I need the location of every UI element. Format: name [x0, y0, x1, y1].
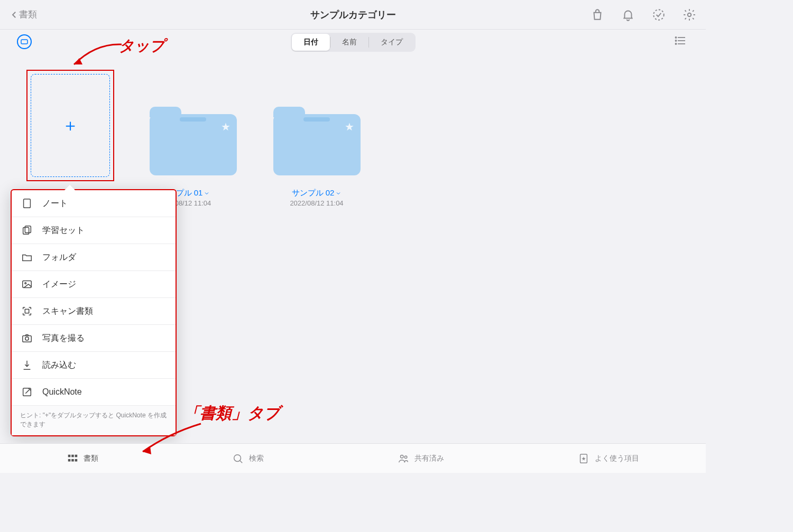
- folder-icon: ★: [150, 107, 237, 175]
- top-bar: 書類 サンプルカテゴリー: [0, 0, 706, 30]
- svg-rect-9: [24, 199, 31, 208]
- svg-rect-23: [68, 459, 71, 461]
- svg-point-7: [676, 40, 677, 41]
- svg-rect-12: [23, 281, 32, 288]
- svg-point-29: [404, 455, 407, 458]
- svg-marker-31: [582, 456, 585, 460]
- image-icon: [21, 278, 33, 290]
- chevron-down-icon: [335, 190, 342, 197]
- camera-icon: [21, 332, 33, 344]
- svg-point-16: [25, 337, 29, 340]
- tab-search[interactable]: 検索: [232, 453, 264, 464]
- create-menu: ノート 学習セット フォルダ イメージ スキャン書類 写真を撮る 読み込む Qu…: [11, 189, 177, 436]
- cards-icon: [21, 225, 33, 236]
- bookmark-star-icon: [578, 453, 589, 464]
- folder-name[interactable]: サンプル 02: [292, 188, 342, 198]
- app-logo-icon[interactable]: [17, 34, 32, 49]
- menu-item-quicknote[interactable]: QuickNote: [12, 379, 176, 405]
- quicknote-icon: [21, 386, 33, 398]
- svg-point-6: [676, 37, 677, 38]
- people-icon: [398, 453, 409, 464]
- svg-point-1: [688, 13, 691, 16]
- folder-date: 2022/08/12 11:04: [290, 199, 343, 207]
- list-icon: [674, 34, 687, 47]
- star-icon[interactable]: ★: [221, 120, 230, 133]
- note-icon: [21, 198, 33, 209]
- svg-point-13: [25, 283, 26, 284]
- menu-item-studyset[interactable]: 学習セット: [12, 217, 176, 244]
- menu-item-note[interactable]: ノート: [12, 190, 176, 217]
- back-button[interactable]: 書類: [10, 8, 37, 21]
- sort-option-date[interactable]: 日付: [292, 34, 330, 51]
- tab-shared[interactable]: 共有済み: [398, 453, 444, 464]
- add-button[interactable]: ＋: [31, 74, 110, 177]
- tab-bar: 書類 検索 共有済み よく使う項目: [0, 443, 706, 473]
- tab-favorites[interactable]: よく使う項目: [578, 453, 639, 464]
- svg-point-8: [676, 43, 677, 44]
- star-icon[interactable]: ★: [345, 120, 354, 133]
- app-logo-inner-icon: [21, 39, 28, 44]
- bell-icon[interactable]: [621, 8, 635, 22]
- svg-rect-21: [72, 454, 75, 457]
- tab-documents[interactable]: 書類: [67, 453, 98, 464]
- svg-point-28: [400, 455, 403, 458]
- svg-rect-10: [23, 228, 29, 235]
- svg-point-0: [653, 10, 664, 20]
- folder-item[interactable]: ★ サンプル 02 2022/08/12 11:04: [272, 70, 362, 207]
- menu-item-import[interactable]: 読み込む: [12, 352, 176, 379]
- annotation-docs-tab: 「書類」タブ: [184, 403, 280, 424]
- svg-rect-11: [25, 226, 31, 233]
- search-icon: [232, 453, 244, 464]
- menu-item-scan[interactable]: スキャン書類: [12, 298, 176, 325]
- svg-line-27: [240, 460, 243, 463]
- chevron-left-icon: [10, 10, 19, 20]
- svg-rect-22: [75, 454, 78, 457]
- folder-icon: [21, 251, 33, 263]
- plus-icon: ＋: [62, 114, 79, 137]
- select-icon[interactable]: [652, 8, 666, 22]
- folder-item[interactable]: ★ プル 01 08/12 11:04: [148, 70, 238, 207]
- list-view-toggle[interactable]: [672, 32, 689, 51]
- sort-option-name[interactable]: 名前: [330, 34, 368, 51]
- svg-rect-25: [75, 459, 78, 461]
- folder-date: 08/12 11:04: [175, 199, 211, 207]
- menu-item-image[interactable]: イメージ: [12, 271, 176, 298]
- import-icon: [21, 359, 33, 371]
- sort-segment: 日付 名前 タイプ: [291, 33, 416, 52]
- add-tile-highlight: ＋: [26, 70, 114, 181]
- scan-icon: [21, 305, 33, 317]
- menu-item-folder[interactable]: フォルダ: [12, 244, 176, 271]
- svg-rect-20: [68, 454, 71, 457]
- gear-icon[interactable]: [683, 8, 696, 22]
- svg-rect-14: [25, 309, 29, 313]
- svg-point-26: [234, 454, 241, 461]
- chevron-down-icon: [204, 190, 210, 197]
- sub-bar: 日付 名前 タイプ: [0, 30, 706, 54]
- shop-icon[interactable]: [591, 8, 604, 22]
- folder-icon: ★: [273, 107, 361, 175]
- menu-item-camera[interactable]: 写真を撮る: [12, 325, 176, 352]
- folder-name[interactable]: プル 01: [176, 188, 210, 198]
- back-label: 書類: [19, 8, 37, 21]
- menu-hint: ヒント: "+"をダブルタップすると QuickNote を作成できます: [12, 405, 176, 435]
- sort-option-type[interactable]: タイプ: [369, 34, 414, 51]
- svg-rect-24: [72, 459, 75, 461]
- svg-rect-2: [21, 40, 27, 44]
- grid-icon: [67, 453, 78, 464]
